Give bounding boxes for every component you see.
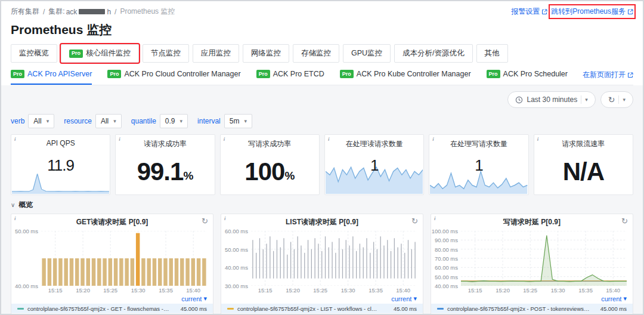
filter-quantile: quantile0.9▾ (131, 114, 188, 128)
chart-title: 写请求时延 P[0.9] (503, 217, 561, 227)
tab-监控概览[interactable]: 监控概览 (11, 44, 57, 63)
legend-sort[interactable]: current ▾ (11, 295, 213, 304)
refresh-icon[interactable]: ↻ (202, 217, 208, 226)
select-value: 0.9 (165, 117, 175, 125)
tab-网络监控[interactable]: 网络监控 (243, 44, 289, 63)
stat-value: N/A (534, 149, 633, 194)
alarm-settings-label: 报警设置 (511, 7, 540, 17)
legend-sort[interactable]: current ▾ (431, 295, 633, 304)
x-tick-label: 15:35 (159, 287, 173, 294)
chart-header: iGET读请求时延 P[0.9]↻ (11, 214, 213, 230)
section-overview-toggle[interactable]: ∨ 概览 (11, 195, 633, 214)
subtab-ACK Pro APIServer[interactable]: ProACK Pro APIServer (11, 69, 92, 85)
subtab-ACK Pro Scheduler[interactable]: ProACK Pro Scheduler (487, 69, 568, 85)
filters: verbAll▾resourceAll▾quantile0.9▾interval… (11, 113, 633, 134)
chart-plot (461, 231, 627, 286)
info-icon: i (328, 136, 330, 142)
chevron-down-icon: ▾ (202, 295, 207, 302)
stat-panel: i在处理写请求数量1 (429, 134, 528, 195)
pro-badge: Pro (69, 50, 83, 58)
cluster-name-prefix: ack (66, 8, 78, 16)
x-axis: 15:1515:2015:2515:3015:3515:40 (461, 286, 627, 294)
external-link-icon (627, 9, 633, 15)
subtab-ACK Pro Kube Controller Manager[interactable]: ProACK Pro Kube Controller Manager (340, 69, 471, 85)
legend-label: controlplane-5f6757b55f-qmj2x - GET - fl… (27, 305, 170, 312)
legend-row[interactable]: controlplane-5f6757b55f-qmj2x - GET - fl… (11, 304, 213, 313)
subtab-ACK Pro ETCD[interactable]: ProACK Pro ETCD (256, 69, 324, 85)
filter-verb: verbAll▾ (11, 114, 54, 128)
tab-GPU监控[interactable]: GPU监控 (343, 44, 391, 63)
legend-row[interactable]: controlplane-5f6757b55f-qmj2x - POST - t… (431, 304, 633, 313)
x-tick-label: 15:25 (313, 287, 327, 294)
y-tick-label: 50.00 ms (435, 273, 458, 280)
x-tick-label: 15:40 (606, 287, 620, 294)
jump-to-prometheus-link[interactable]: 跳转到Prometheus服务 (551, 7, 633, 17)
info-icon: i (432, 136, 434, 142)
legend-row[interactable]: controlplane-5f6757b55f-qmj2x - LIST - w… (221, 304, 423, 313)
info-icon: i (14, 215, 16, 221)
chevron-down-icon: ∨ (11, 202, 15, 208)
time-range-picker[interactable]: Last 30 minutes ▾ (507, 91, 595, 108)
tab-核心组件监控[interactable]: Pro核心组件监控 (61, 44, 139, 63)
stat-panel: i在处理读请求数量1 (324, 134, 424, 195)
filter-select-quantile[interactable]: 0.9▾ (160, 114, 188, 128)
refresh-control[interactable]: ↻ ▾ (600, 91, 633, 108)
redacted-cluster-id (79, 9, 105, 14)
legend-sort[interactable]: current ▾ (221, 295, 423, 304)
info-icon: i (537, 136, 539, 142)
y-tick-label: 100.00 ms (432, 228, 458, 234)
stat-number: 99.1 (137, 158, 184, 186)
stat-number: 11.9 (47, 156, 74, 175)
open-new-page-link[interactable]: 在新页面打开 (583, 70, 633, 80)
tab-应用监控[interactable]: 应用监控 (193, 44, 239, 63)
breadcrumb-separator: / (43, 8, 45, 16)
filter-resource: resourceAll▾ (64, 114, 122, 128)
refresh-icon[interactable]: ↻ (621, 217, 628, 226)
y-tick-label: 40.00 ms (15, 283, 38, 289)
legend-label: controlplane-5f6757b55f-qmj2x - LIST - w… (237, 305, 380, 312)
main-tabs: 监控概览Pro核心组件监控节点监控应用监控网络监控存储监控GPU监控成本分析/资… (1, 44, 643, 63)
breadcrumb-current: Prometheus 监控 (120, 7, 175, 17)
breadcrumb-all-clusters[interactable]: 所有集群 (11, 7, 39, 17)
tab-成本分析/资源优化[interactable]: 成本分析/资源优化 (394, 44, 472, 63)
pro-badge: Pro (107, 70, 121, 78)
stat-value: 11.9 (11, 149, 110, 194)
tab-节点监控[interactable]: 节点监控 (143, 44, 189, 63)
chart-title: GET读请求时延 P[0.9] (76, 217, 148, 227)
tab-存储监控[interactable]: 存储监控 (293, 44, 339, 63)
y-tick-label: 60.00 ms (225, 228, 248, 234)
x-axis: 15:1515:2015:2515:3015:3515:40 (41, 286, 207, 294)
y-tick-label: 50.00 ms (225, 246, 248, 252)
cluster-name-suffix: h (107, 8, 111, 16)
refresh-icon: ↻ (608, 95, 615, 104)
refresh-icon[interactable]: ↻ (411, 217, 418, 226)
y-tick-label: 30.00 ms (225, 283, 248, 289)
filter-select-interval[interactable]: 5m▾ (224, 114, 252, 128)
filter-select-verb[interactable]: All▾ (28, 114, 54, 128)
charts-row: iGET读请求时延 P[0.9]↻50.00 ms40.00 ms15:1515… (11, 214, 633, 315)
window: 所有集群 / 集群: ack h / Prometheus 监控 报警设置 跳转… (0, 0, 644, 315)
y-tick-label: 40.00 ms (225, 264, 248, 271)
filter-label: resource (64, 117, 92, 125)
y-axis: 50.00 ms40.00 ms (13, 231, 41, 286)
stat-value: 1 (429, 149, 528, 194)
x-tick-label: 15:15 (48, 287, 63, 294)
cluster-label: 集群: (48, 7, 64, 17)
plot-area: 100.00 ms90.00 ms80.00 ms70.00 ms60.00 m… (431, 230, 633, 286)
plot-area: 50.00 ms40.00 ms15:1515:2015:2515:3015:3… (11, 230, 213, 286)
tab-其他[interactable]: 其他 (476, 44, 508, 63)
chart-title: LIST读请求时延 P[0.9] (286, 217, 358, 227)
chart-panel: iLIST读请求时延 P[0.9]↻60.00 ms50.00 ms40.00 … (221, 214, 423, 315)
legend-marker (437, 308, 444, 310)
filter-select-resource[interactable]: All▾ (95, 114, 122, 128)
y-axis: 100.00 ms90.00 ms80.00 ms70.00 ms60.00 m… (432, 231, 461, 286)
breadcrumb-cluster[interactable]: 集群: ack h (48, 7, 111, 17)
chevron-down-icon: ▾ (585, 97, 588, 103)
y-tick-label: 80.00 ms (435, 246, 458, 252)
alarm-settings-link[interactable]: 报警设置 (511, 7, 547, 17)
chevron-down-icon: ▾ (47, 118, 49, 124)
chart-panel: iGET读请求时延 P[0.9]↻50.00 ms40.00 ms15:1515… (11, 214, 213, 315)
subtab-label: ACK Pro ETCD (273, 70, 324, 78)
subtab-ACK Pro Cloud Controller Manager[interactable]: ProACK Pro Cloud Controller Manager (107, 69, 240, 85)
x-tick-label: 15:20 (76, 287, 90, 294)
